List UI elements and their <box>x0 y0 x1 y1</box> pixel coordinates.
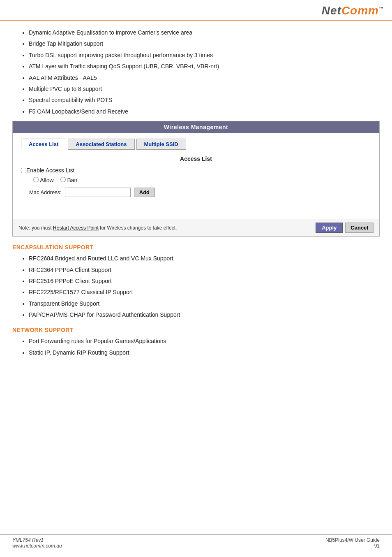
allow-radio[interactable] <box>33 177 39 182</box>
list-item: AAL ATM Attributes - AAL5 <box>29 73 380 82</box>
list-item: Transparent Bridge Support <box>29 299 380 308</box>
panel-footer-buttons: Apply Cancel <box>316 223 374 233</box>
list-item: Port Forwarding rules for Popular Games/… <box>29 337 380 346</box>
footer-page-number: 91 <box>325 543 380 549</box>
footer-guide-name: NB5Plus4/W User Guide <box>325 537 380 543</box>
list-item: ATM Layer with Traffic shaping QoS Suppo… <box>29 62 380 71</box>
wireless-panel-title: Wireless Management <box>13 121 379 133</box>
footer-website: www.netcomm.com.au <box>12 543 62 549</box>
list-item: Multiple PVC up to 8 support <box>29 84 380 93</box>
list-item: Turbo DSL support improving packet throu… <box>29 51 380 60</box>
encapsulation-list: RFC2684 Bridged and Routed LLC and VC Mu… <box>12 254 380 319</box>
list-item: Spectral compatibility with POTS <box>29 95 380 104</box>
encapsulation-support-heading: ENCAPSULATION SUPPORT <box>12 244 380 251</box>
list-item: F5 OAM Loopbacks/Send and Receive <box>29 107 380 116</box>
main-content: Dynamic Adaptive Equalisation to improve… <box>0 21 392 374</box>
footer-right: NB5Plus4/W User Guide 91 <box>325 537 380 549</box>
logo: NetComm™ <box>322 4 384 17</box>
add-mac-button[interactable]: Add <box>134 188 155 197</box>
ban-radio-label[interactable]: Ban <box>60 177 78 183</box>
list-item: Bridge Tap Mitigation support <box>29 39 380 48</box>
tab-access-list[interactable]: Access List <box>21 139 66 150</box>
top-bullet-list: Dynamic Adaptive Equalisation to improve… <box>12 28 380 116</box>
wireless-tabs: Access List Associated Stations Multiple… <box>21 139 371 150</box>
mac-address-input[interactable] <box>65 188 131 197</box>
cancel-button[interactable]: Cancel <box>345 223 374 233</box>
enable-access-list-label: Enable Access List <box>26 167 75 174</box>
allow-radio-label[interactable]: Allow <box>33 177 54 183</box>
mac-address-row: Mac Address: Add <box>21 188 371 197</box>
page-header: NetComm™ <box>0 0 392 21</box>
wireless-panel-body: Access List Associated Stations Multiple… <box>13 133 379 219</box>
tab-multiple-ssid[interactable]: Multiple SSID <box>136 139 186 150</box>
panel-footer: Note: you must Restart Access Point for … <box>13 219 379 236</box>
footer-doc-ref: YML754 Rev1 <box>12 537 62 543</box>
list-item: RFC2364 PPPoA Client Support <box>29 265 380 274</box>
enable-access-list-row: Enable Access List <box>21 167 371 174</box>
enable-access-list-checkbox[interactable] <box>21 168 26 173</box>
list-item: Dynamic Adaptive Equalisation to improve… <box>29 28 380 37</box>
mac-address-label: Mac Address: <box>29 189 62 195</box>
ban-radio[interactable] <box>60 177 66 182</box>
network-support-heading: NETWORK SUPPORT <box>12 327 380 333</box>
footer-left: YML754 Rev1 www.netcomm.com.au <box>12 537 62 549</box>
allow-ban-radio-group: Allow Ban <box>33 177 371 183</box>
page-footer: YML754 Rev1 www.netcomm.com.au NB5Plus4/… <box>0 534 392 549</box>
list-item: Static IP, Dynamic RIP Routing Support <box>29 348 380 357</box>
list-item: RFC2225/RFC1577 Classical IP Support <box>29 288 380 297</box>
panel-note: Note: you must Restart Access Point for … <box>18 225 177 231</box>
apply-button[interactable]: Apply <box>316 223 343 233</box>
wireless-management-panel: Wireless Management Access List Associat… <box>12 121 380 237</box>
list-item: RFC2684 Bridged and Routed LLC and VC Mu… <box>29 254 380 263</box>
restart-access-point-link[interactable]: Restart Access Point <box>53 225 99 231</box>
list-item: PAP/CHAP/MS-CHAP for Password Authentica… <box>29 310 380 319</box>
network-list: Port Forwarding rules for Popular Games/… <box>12 337 380 357</box>
tab-associated-stations[interactable]: Associated Stations <box>68 139 134 150</box>
access-list-title: Access List <box>21 155 371 162</box>
panel-content-area: Access List Enable Access List Allow Ban <box>21 155 371 213</box>
list-item: RFC2516 PPPoE Client Support <box>29 276 380 285</box>
